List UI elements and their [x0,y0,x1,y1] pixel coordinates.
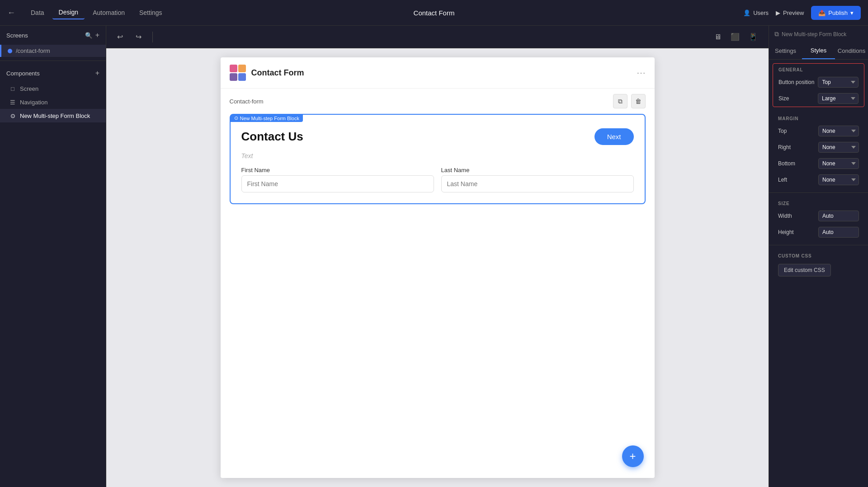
panel-block-title: ⧉ New Multi-step Form Block [769,26,868,42]
margin-left-select[interactable]: None4px8px16px [818,174,859,185]
panel-block-name: New Multi-step Form Block [782,31,846,37]
search-button[interactable]: 🔍 [85,32,93,39]
form-text-placeholder: Text [241,152,634,159]
users-icon: 👤 [743,9,750,16]
size-label: Size [778,95,789,102]
form-block-wrapper: ⊙ New Multi-step Form Block Contact Us N… [230,114,646,204]
form-fields-row: First Name Last Name [241,167,634,192]
page-header-title: Contact Form [251,68,304,78]
screen-path: /contact-form [16,47,50,54]
navigation-icon: ☰ [9,98,16,106]
form-title: Contact Us [241,130,303,144]
tab-panel-conditions[interactable]: Conditions [835,42,868,59]
last-name-field-group: Last Name [441,167,634,192]
margin-bottom-select[interactable]: None4px8px16px [818,158,859,169]
size-section: SIZE Width Height [773,197,864,240]
margin-top-label: Top [778,128,787,134]
component-label-screen: Screen [20,85,38,92]
tablet-view-button[interactable]: ⬛ [727,31,743,43]
page-header: Contact Form ⋯ [221,57,655,89]
margin-left-label: Left [778,177,787,183]
form-block-icon: ⊙ [9,112,16,119]
copy-component-button[interactable]: ⧉ [613,94,627,108]
component-label-form-block: New Multi-step Form Block [20,112,90,119]
sidebar-divider [0,61,106,61]
form-content: Contact Us Next Text First Name Last Nam… [231,115,645,203]
last-name-label: Last Name [441,167,634,173]
edit-custom-css-button[interactable]: Edit custom CSS [778,264,831,276]
screen-item-contact-form[interactable]: /contact-form [0,45,106,57]
width-input[interactable] [818,211,859,221]
form-block-badge: ⊙ New Multi-step Form Block [231,114,303,122]
back-button[interactable]: ← [7,8,15,18]
topbar-left: ← Data Design Automation Settings [7,6,169,19]
tab-automation[interactable]: Automation [86,6,131,19]
toolbar-separator [152,32,153,42]
preview-button[interactable]: ▶ Preview [776,9,804,16]
right-panel: ⧉ New Multi-step Form Block Settings Sty… [769,26,868,487]
first-name-field-group: First Name [241,167,434,192]
mobile-view-button[interactable]: 📱 [745,31,761,43]
button-position-select[interactable]: Top Bottom Left Right [818,77,859,88]
device-buttons: 🖥 ⬛ 📱 [711,31,761,43]
size-row: Size Small Medium Large [773,90,864,107]
height-row: Height [773,224,864,240]
next-button[interactable]: Next [594,128,634,145]
component-label-row: Contact-form ⧉ 🗑 [221,89,655,114]
margin-right-row: Right None4px8px16px [773,139,864,155]
first-name-input[interactable] [241,175,434,192]
panel-tabs: Settings Styles Conditions [769,42,868,60]
custom-css-section: CUSTOM CSS Edit custom CSS [773,250,864,280]
tab-panel-styles[interactable]: Styles [802,42,835,59]
fab-button[interactable]: + [622,445,644,467]
page-more-button[interactable]: ⋯ [637,67,646,78]
form-block-badge-icon: ⊙ [234,115,238,121]
size-select[interactable]: Small Medium Large [818,93,859,104]
button-position-row: Button position Top Bottom Left Right [773,74,864,90]
margin-section: MARGIN Top None4px8px16px Right None4px8… [773,112,864,188]
first-name-label: First Name [241,167,434,173]
custom-css-label: CUSTOM CSS [773,250,864,260]
tab-data[interactable]: Data [24,6,51,19]
tab-panel-settings[interactable]: Settings [769,42,802,59]
margin-bottom-label: Bottom [778,160,795,167]
publish-button[interactable]: 📤 Publish ▾ [811,6,861,20]
button-position-label: Button position [778,79,814,85]
tab-design[interactable]: Design [52,6,85,19]
width-label: Width [778,213,792,219]
delete-component-button[interactable]: 🗑 [631,94,646,108]
undo-button[interactable]: ↩ [113,31,127,43]
topbar: ← Data Design Automation Settings Contac… [0,0,868,26]
page-frame: Contact Form ⋯ Contact-form ⧉ 🗑 ⊙ New Mu… [221,57,655,478]
last-name-input[interactable] [441,175,634,192]
panel-block-icon: ⧉ [774,30,779,38]
general-section-label: GENERAL [773,64,864,74]
margin-section-label: MARGIN [773,112,864,123]
screens-actions: 🔍 + [85,31,99,39]
sidebar-item-navigation[interactable]: ☰ Navigation [0,95,106,109]
users-button[interactable]: 👤 Users [743,9,769,16]
height-input[interactable] [818,227,859,238]
desktop-view-button[interactable]: 🖥 [711,31,725,43]
components-header: Components + [0,65,106,82]
logo [230,65,246,81]
sidebar-item-screen[interactable]: □ Screen [0,82,106,95]
canvas-toolbar: ↩ ↪ 🖥 ⬛ 📱 [106,26,769,48]
add-component-button[interactable]: + [95,69,99,77]
screen-indicator [8,49,12,53]
margin-left-row: Left None4px8px16px [773,172,864,188]
add-screen-button[interactable]: + [95,31,99,39]
component-name-label: Contact-form [230,98,264,105]
size-section-label: SIZE [773,197,864,208]
screens-header: Screens 🔍 + [0,26,106,45]
margin-top-select[interactable]: None4px8px16px [818,126,859,136]
topbar-right: 👤 Users ▶ Preview 📤 Publish ▾ [743,6,861,20]
redo-button[interactable]: ↪ [132,31,145,43]
margin-right-label: Right [778,144,791,150]
margin-right-select[interactable]: None4px8px16px [818,142,859,153]
sidebar: Screens 🔍 + /contact-form Components + □… [0,26,106,487]
tab-settings[interactable]: Settings [133,6,169,19]
section-divider-2 [769,245,868,245]
general-section: GENERAL Button position Top Bottom Left … [773,63,864,107]
sidebar-item-form-block[interactable]: ⊙ New Multi-step Form Block [0,109,106,122]
